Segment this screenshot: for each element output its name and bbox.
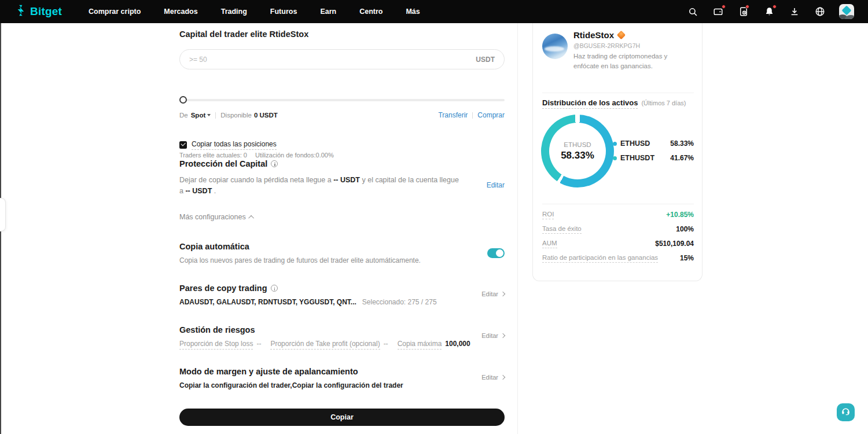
- available-value: 0 USDT: [254, 112, 278, 119]
- take-profit-label: Proporción de Take profit (opcional): [270, 340, 380, 350]
- orders-badge: [745, 5, 749, 9]
- chevron-right-icon: [501, 292, 505, 296]
- bell-icon[interactable]: [763, 5, 775, 18]
- trader-stats: ROI +10.85% Tasa de éxito 100% AUM $510,…: [542, 211, 694, 269]
- wallet-badge: [722, 5, 726, 9]
- asset-distribution-chart: ETHUSD 58.33%: [541, 115, 614, 187]
- bell-badge: [773, 5, 777, 9]
- max-copy-value: 100,000: [445, 340, 470, 348]
- nav-item-comprar-cripto[interactable]: Comprar cripto: [89, 8, 141, 16]
- capital-amount-input[interactable]: [189, 56, 476, 64]
- capital-section-title: Capital del trader elite RtideStox: [179, 30, 308, 39]
- trader-handle: @BGUSER-2RRKPG7H: [573, 42, 640, 49]
- asset-distribution-title: Distribución de los activos: [542, 98, 638, 109]
- wallet-icon[interactable]: [712, 5, 724, 18]
- trader-profile-card: RtideStox @BGUSER-2RRKPG7H Haz trading d…: [532, 23, 703, 281]
- checkbox-checked-icon[interactable]: [179, 141, 187, 149]
- nav-item-trading[interactable]: Trading: [221, 8, 247, 16]
- risk-edit-button[interactable]: Editar: [481, 332, 505, 339]
- copy-pairs-title: Pares de copy trading: [179, 284, 278, 293]
- drawer-handle-tab[interactable]: [0, 198, 6, 231]
- win-rate-label: Tasa de éxito: [542, 225, 582, 234]
- profit-share-label: Ratio de participación en las ganancias: [542, 254, 658, 263]
- legend-label-ethusdt: ETHUSDT: [620, 154, 654, 162]
- net-loss-value: -- USDT: [333, 176, 360, 184]
- margin-mode-description: Copiar la configuración del trader,Copia…: [179, 381, 403, 389]
- user-avatar[interactable]: [839, 4, 854, 19]
- nav-right-icons: [686, 4, 854, 19]
- stat-row-win-rate: Tasa de éxito 100%: [542, 225, 694, 234]
- info-icon[interactable]: [271, 160, 278, 167]
- legend-item: ETHUSD 58.33%: [613, 139, 694, 148]
- stat-row-roi: ROI +10.85%: [542, 211, 694, 219]
- roi-label: ROI: [542, 211, 554, 219]
- download-icon[interactable]: [788, 5, 801, 18]
- legend-value-ethusd: 58.33%: [670, 139, 694, 148]
- copy-all-positions-label: Copiar todas las posiciones: [192, 140, 277, 150]
- account-capital-value: -- USDT: [185, 187, 212, 195]
- legend-dot-ethusd: [613, 142, 617, 146]
- copy-pairs-title-text: Pares de copy trading: [179, 284, 267, 293]
- from-account-dropdown[interactable]: Spot: [191, 112, 211, 119]
- chart-legend: ETHUSD 58.33% ETHUSDT 41.67%: [613, 139, 694, 168]
- trader-name: RtideStox: [573, 30, 624, 40]
- pairs-edit-button[interactable]: Editar: [481, 290, 505, 297]
- avatar-shape: [845, 15, 854, 19]
- info-icon[interactable]: [271, 285, 278, 292]
- traders-info-row: Traders elite actuales: 0 Utilización de…: [179, 152, 334, 159]
- donut-center-value: 58.33%: [561, 150, 594, 161]
- chevron-right-icon: [501, 375, 505, 380]
- win-rate-value: 100%: [676, 225, 694, 233]
- from-account-value: Spot: [191, 112, 206, 119]
- pairs-edit-label: Editar: [481, 290, 498, 297]
- trader-name-text: RtideStox: [573, 30, 614, 40]
- more-settings-label: Más configuraciones: [179, 213, 246, 221]
- capital-amount-box: USDT: [179, 49, 505, 69]
- asset-distribution-period: (Últimos 7 días): [641, 100, 686, 106]
- auto-copy-description: Copia los nuevos pares de trading de fut…: [179, 256, 421, 264]
- nav-item-earn[interactable]: Earn: [320, 8, 336, 16]
- donut-center: ETHUSD 58.33%: [549, 123, 606, 179]
- transfer-link[interactable]: Transferir: [438, 111, 468, 119]
- aum-value: $510,109.04: [655, 240, 694, 248]
- avatar-diamond: [842, 6, 852, 16]
- max-copy-label: Copia máxima: [398, 340, 442, 350]
- protection-edit-link[interactable]: Editar: [487, 181, 505, 189]
- nav-item-mas[interactable]: Más: [406, 8, 420, 16]
- bitget-logo-text: Bitget: [30, 5, 62, 18]
- amount-unit-label: USDT: [476, 56, 495, 64]
- stop-loss-value: --: [256, 340, 261, 348]
- nav-item-mercados[interactable]: Mercados: [164, 8, 197, 16]
- content-divider: [517, 23, 518, 434]
- take-profit-value: --: [384, 340, 388, 348]
- stat-row-profit-share: Ratio de participación en las ganancias …: [542, 254, 694, 263]
- copy-submit-button[interactable]: Copiar: [179, 409, 505, 426]
- asset-distribution-header: Distribución de los activos (Últimos 7 d…: [542, 98, 686, 109]
- nav-menu: Comprar cripto Mercados Trading Futuros …: [89, 8, 420, 16]
- capital-slider[interactable]: [179, 99, 505, 101]
- capital-slider-handle[interactable]: [179, 96, 187, 104]
- nav-item-centro[interactable]: Centro: [359, 8, 382, 16]
- auto-copy-toggle[interactable]: [487, 248, 505, 258]
- pairs-list: ADAUSDT, GALAUSDT, RDNTUSDT, YGGUSDT, QN…: [179, 298, 356, 306]
- chevron-up-icon: [248, 215, 254, 220]
- divider: [215, 112, 216, 119]
- margin-mode-title: Modo de margen y ajuste de apalancamient…: [179, 367, 358, 376]
- margin-edit-label: Editar: [481, 374, 498, 381]
- margin-edit-button[interactable]: Editar: [481, 374, 505, 381]
- copy-all-positions-checkbox-row[interactable]: Copiar todas las posiciones: [179, 140, 277, 150]
- buy-link[interactable]: Comprar: [477, 111, 505, 119]
- elite-traders-count: Traders elite actuales: 0: [179, 152, 247, 159]
- more-settings-toggle[interactable]: Más configuraciones: [179, 213, 254, 221]
- nav-item-futuros[interactable]: Futuros: [270, 8, 297, 16]
- search-icon[interactable]: [686, 5, 699, 18]
- bitget-logo[interactable]: Bitget: [15, 5, 62, 19]
- protection-text-3: .: [212, 187, 216, 195]
- support-chat-button[interactable]: [837, 403, 855, 421]
- risk-management-title: Gestión de riesgos: [179, 325, 255, 334]
- protection-text-1: Dejar de copiar cuando la pérdida neta l…: [179, 176, 333, 184]
- globe-icon[interactable]: [814, 5, 826, 18]
- orders-icon[interactable]: [737, 5, 750, 18]
- trader-avatar: [542, 34, 568, 59]
- source-row: De Spot Disponible 0 USDT Transferir Com…: [179, 111, 505, 119]
